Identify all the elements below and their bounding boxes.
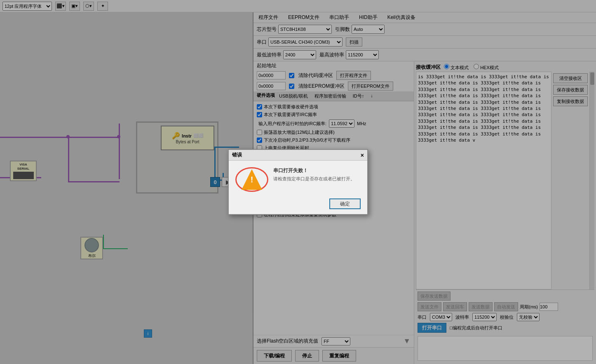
dialog-close-btn[interactable]: ×	[361, 152, 364, 159]
dialog-ok-btn[interactable]: 确定	[329, 198, 361, 209]
dialog-main-text: 串口打开失败！	[273, 167, 361, 174]
dialog-content: ! 串口打开失败！ 请检查指定串口是否存在或者已被打开。	[229, 161, 367, 195]
dialog-text-area: 串口打开失败！ 请检查指定串口是否存在或者已被打开。	[273, 167, 361, 182]
dialog-overlay: 错误 × ! 串口打开失败！ 请检查指定串口是否存在或者已被打开。 确定	[0, 0, 596, 364]
warning-icon-oval: !	[235, 167, 268, 192]
dialog-title-text: 错误	[232, 152, 242, 159]
dialog-sub-text: 请检查指定串口是否存在或者已被打开。	[273, 176, 361, 182]
dialog-title-bar: 错误 ×	[229, 150, 367, 161]
warning-triangle	[242, 169, 262, 190]
error-dialog: 错误 × ! 串口打开失败！ 请检查指定串口是否存在或者已被打开。 确定	[228, 149, 368, 215]
dialog-buttons: 确定	[229, 195, 367, 214]
